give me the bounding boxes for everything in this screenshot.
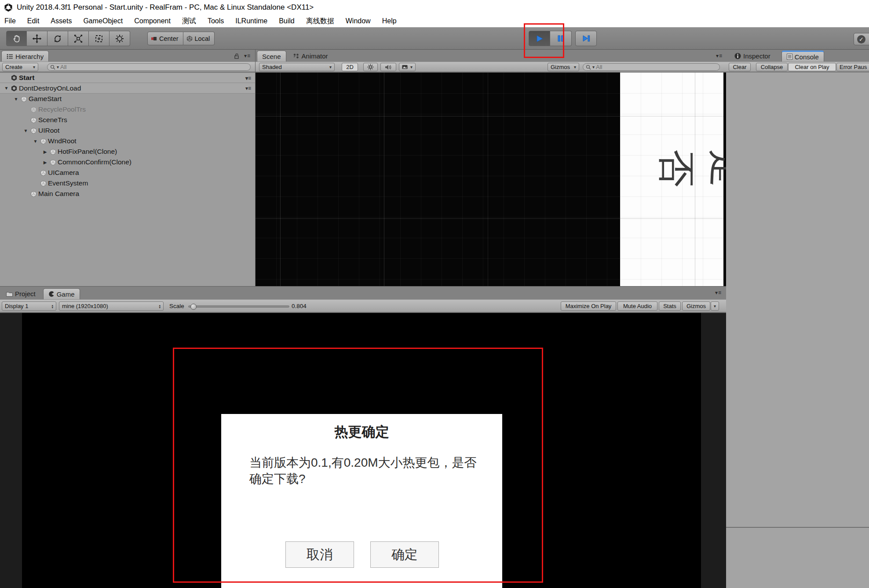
menu-edit[interactable]: Edit xyxy=(27,17,40,25)
gizmos-dropdown[interactable]: Gizmos▾ xyxy=(548,63,579,71)
scale-slider[interactable] xyxy=(188,305,289,308)
menu-offline-data[interactable]: 离线数据 xyxy=(306,17,334,26)
scale-tool-button[interactable] xyxy=(68,31,89,46)
foldout-arrow[interactable]: ▼ xyxy=(12,97,20,102)
panel-menu-icon[interactable]: ▾≡ xyxy=(245,85,251,91)
display-dropdown[interactable]: Display 1 ▴▾ xyxy=(2,301,56,311)
rotate-tool-button[interactable] xyxy=(47,31,68,46)
foldout-arrow[interactable]: ▶ xyxy=(41,160,49,165)
tab-scene[interactable]: Scene xyxy=(257,51,286,62)
hand-tool-button[interactable] xyxy=(6,31,27,46)
hierarchy-toolbar: Create▾ ▾ All xyxy=(0,62,255,72)
hotfix-confirm-dialog: 热更确定 当前版本为0.1,有0.20M大小热更包，是否确定下载? 取消 确定 xyxy=(221,414,502,588)
tree-row-hotfixpanel[interactable]: ▶ HotFixPanel(Clone) xyxy=(0,146,255,157)
console-clear-on-play-button[interactable]: Clear on Play xyxy=(788,63,836,71)
tree-row-gamestart[interactable]: ▼ GameStart xyxy=(0,94,255,104)
menu-tools[interactable]: Tools xyxy=(208,17,224,25)
hand-tool-icon xyxy=(12,34,22,44)
game-gizmos-caret[interactable]: ▾ xyxy=(711,301,719,311)
console-icon xyxy=(787,54,792,60)
create-dropdown[interactable]: Create▾ xyxy=(2,63,38,71)
menu-window[interactable]: Window xyxy=(346,17,371,25)
scene-search-input[interactable]: ▾ All xyxy=(583,63,720,71)
console-collapse-button[interactable]: Collapse xyxy=(756,63,788,71)
scene-effects-button[interactable]: ▾ xyxy=(399,63,416,71)
step-button[interactable] xyxy=(575,31,597,46)
search-filter-caret: ▾ xyxy=(57,65,59,69)
collab-check-icon: ✓ xyxy=(857,35,865,44)
maximize-on-play-button[interactable]: Maximize On Play xyxy=(561,301,616,311)
menu-gameobject[interactable]: GameObject xyxy=(83,17,123,25)
panel-menu-icon[interactable]: ▾≡ xyxy=(716,53,723,59)
game-viewport[interactable]: 热更确定 当前版本为0.1,有0.20M大小热更包，是否确定下载? 取消 确定 xyxy=(0,313,726,588)
tab-game[interactable]: Game xyxy=(43,288,80,299)
transform-tools xyxy=(6,31,130,46)
panel-menu-icon[interactable]: ▾≡ xyxy=(715,290,722,296)
tab-project[interactable]: Project xyxy=(1,288,40,299)
menu-ilruntime[interactable]: ILRuntime xyxy=(235,17,267,25)
console-panel: Inspector Console Clear Collapse Clear o… xyxy=(726,50,869,588)
console-error-pause-button[interactable]: Error Paus xyxy=(836,63,869,71)
foldout-arrow[interactable]: ▼ xyxy=(22,128,29,133)
2d-toggle-button[interactable]: 2D xyxy=(342,63,358,71)
tab-console[interactable]: Console xyxy=(781,51,824,62)
scene-row-dontdestroyonload[interactable]: ▼ DontDestroyOnLoad ▾≡ xyxy=(0,83,255,94)
play-button[interactable] xyxy=(529,31,550,46)
tree-row-scenetrs[interactable]: SceneTrs xyxy=(0,115,255,125)
foldout-arrow[interactable]: ▶ xyxy=(41,149,49,154)
panel-menu-icon[interactable]: ▾≡ xyxy=(244,53,251,59)
foldout-arrow[interactable]: ▼ xyxy=(32,139,39,144)
tree-row-uicamera[interactable]: UICamera xyxy=(0,167,255,178)
move-tool-button[interactable] xyxy=(27,31,47,46)
tab-animator[interactable]: Animator xyxy=(288,51,333,62)
menu-build[interactable]: Build xyxy=(279,17,295,25)
cancel-button[interactable]: 取消 xyxy=(285,541,354,568)
hierarchy-search-input[interactable]: ▾ All xyxy=(47,63,251,71)
center-pivot-button[interactable]: Center xyxy=(147,32,183,45)
console-clear-button[interactable]: Clear xyxy=(729,63,751,71)
cube-icon xyxy=(29,127,37,134)
menu-test[interactable]: 测试 xyxy=(182,17,196,26)
tree-row-commonconfirm[interactable]: ▶ CommonConfirm(Clone) xyxy=(0,157,255,167)
menu-component[interactable]: Component xyxy=(134,17,171,25)
scale-slider-knob[interactable] xyxy=(190,304,197,310)
grid-major-line xyxy=(488,73,488,286)
tab-hierarchy[interactable]: Hierarchy xyxy=(1,51,49,62)
tree-row-wndroot[interactable]: ▼ WndRoot xyxy=(0,136,255,146)
menu-file[interactable]: File xyxy=(4,17,16,25)
scale-value: 0.804 xyxy=(292,303,307,309)
console-log-area[interactable] xyxy=(726,73,869,588)
transform-tool-button[interactable] xyxy=(110,31,130,46)
scene-lighting-button[interactable] xyxy=(363,63,378,71)
tree-row-uiroot[interactable]: ▼ UIRoot xyxy=(0,125,255,136)
scene-audio-button[interactable] xyxy=(380,63,396,71)
foldout-arrow[interactable]: ▼ xyxy=(3,86,10,91)
game-toolbar: Display 1 ▴▾ mine (1920x1080) ▴▾ Scale 0… xyxy=(0,299,726,312)
tab-inspector[interactable]: Inspector xyxy=(730,51,775,62)
game-gizmos-button[interactable]: Gizmos xyxy=(682,301,710,311)
menu-help[interactable]: Help xyxy=(382,17,397,25)
scene-row-start[interactable]: Start ▾≡ xyxy=(0,73,255,83)
mute-audio-button[interactable]: Mute Audio xyxy=(617,301,657,311)
local-axis-button[interactable]: Local xyxy=(183,32,215,45)
ok-button[interactable]: 确定 xyxy=(370,541,439,568)
unity-logo-icon xyxy=(4,3,13,12)
pause-button[interactable] xyxy=(550,31,572,46)
search-filter-caret: ▾ xyxy=(592,65,595,69)
animator-icon xyxy=(293,53,299,59)
collab-button[interactable]: ✓ xyxy=(854,33,869,45)
tree-row-recyclepooltrs[interactable]: RecyclePoolTrs xyxy=(0,104,255,115)
draw-mode-dropdown[interactable]: Shaded▾ xyxy=(259,63,335,71)
lock-icon[interactable] xyxy=(234,53,239,59)
menu-assets[interactable]: Assets xyxy=(51,17,72,25)
panel-menu-icon[interactable]: ▾≡ xyxy=(245,75,251,81)
console-splitter[interactable] xyxy=(726,527,869,528)
rect-tool-button[interactable] xyxy=(89,31,110,46)
tree-row-eventsystem[interactable]: EventSystem xyxy=(0,178,255,189)
play-icon xyxy=(536,35,544,42)
scene-viewport[interactable]: 是否 xyxy=(256,73,726,286)
unity-scene-icon xyxy=(10,85,18,92)
tree-row-main-camera[interactable]: Main Camera xyxy=(0,189,255,199)
resolution-dropdown[interactable]: mine (1920x1080) ▴▾ xyxy=(59,301,164,311)
stats-button[interactable]: Stats xyxy=(659,301,681,311)
